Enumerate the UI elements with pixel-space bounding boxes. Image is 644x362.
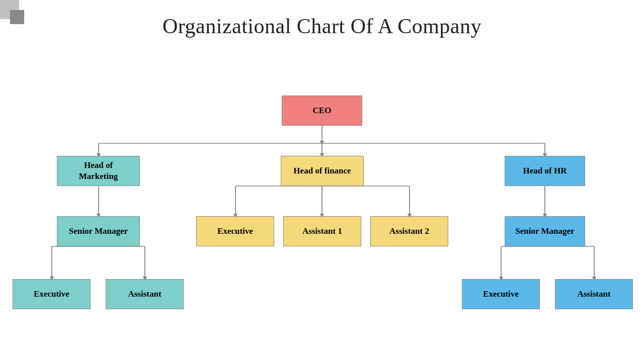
senior-manager-marketing-label: Senior Manager <box>69 226 128 237</box>
executive-marketing-label: Executive <box>34 289 69 300</box>
head-hr-box: Head of HR <box>505 156 585 186</box>
assistant-hr-label: Assistant <box>577 289 610 300</box>
assistant2-finance-label: Assistant 2 <box>389 226 429 237</box>
assistant-marketing-label: Assistant <box>128 289 161 300</box>
assistant1-finance-label: Assistant 1 <box>302 226 342 237</box>
head-marketing-label: Head ofMarketing <box>79 160 118 182</box>
senior-manager-hr-box: Senior Manager <box>505 216 585 246</box>
ceo-box: CEO <box>282 96 362 126</box>
executive-hr-box: Executive <box>462 279 540 309</box>
executive-hr-label: Executive <box>483 289 519 300</box>
executive-marketing-box: Executive <box>13 279 91 309</box>
head-finance-label: Head of finance <box>293 165 351 176</box>
head-finance-box: Head of finance <box>281 156 364 186</box>
assistant1-finance-box: Assistant 1 <box>283 216 361 246</box>
assistant2-finance-box: Assistant 2 <box>370 216 448 246</box>
assistant-marketing-box: Assistant <box>106 279 184 309</box>
senior-manager-hr-label: Senior Manager <box>515 226 574 237</box>
senior-manager-marketing-box: Senior Manager <box>57 216 140 246</box>
assistant-hr-box: Assistant <box>555 279 633 309</box>
executive-finance-label: Executive <box>217 226 253 237</box>
head-hr-label: Head of HR <box>523 165 567 176</box>
head-marketing-box: Head ofMarketing <box>57 156 140 186</box>
page-title: Organizational Chart Of A Company <box>0 0 644 38</box>
executive-finance-box: Executive <box>196 216 274 246</box>
ceo-label: CEO <box>313 105 332 116</box>
